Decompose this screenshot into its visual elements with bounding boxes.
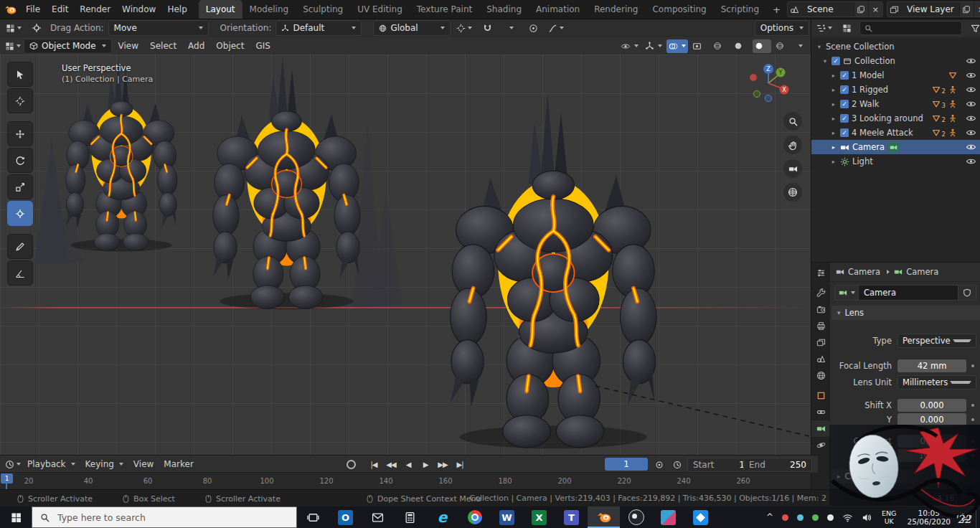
snapping-toggle[interactable] [478,21,496,35]
expand-icon[interactable]: ▸ [830,100,837,108]
clip-end-field[interactable]: 100 m [897,449,966,462]
row-checkbox[interactable]: ✓ [840,100,849,108]
remove-view-layer-button[interactable]: × [974,2,980,16]
delete-scene-button[interactable]: × [868,2,882,16]
menu-render[interactable]: Render [74,0,116,19]
pan-hand-button[interactable] [783,136,802,154]
gizmos-dropdown[interactable] [643,39,664,53]
menu-help[interactable]: Help [161,0,192,19]
menu-file[interactable]: File [20,0,46,19]
animate-dot-button[interactable] [971,364,974,367]
excel-icon[interactable]: X [523,506,555,528]
tab-object[interactable] [811,387,830,404]
action-center-icon[interactable] [956,506,976,528]
krita-icon[interactable] [652,506,684,528]
transform-orientation-dropdown[interactable]: Global [373,20,451,36]
animate-dot-button[interactable] [971,454,974,457]
task-view-button[interactable] [297,506,329,528]
eye-icon[interactable] [966,158,976,165]
expand-icon[interactable]: ▸ [830,129,837,136]
type-dropdown[interactable]: Perspective [897,334,976,348]
clock[interactable]: 10:05 25/06/2020 [901,506,956,528]
breadcrumb-object[interactable]: Camera [848,267,880,277]
add-workspace-button[interactable]: + [766,0,787,19]
snapping-options-button[interactable] [501,21,519,35]
collection-checkbox[interactable]: ✓ [831,57,840,65]
scene-selector[interactable]: Scene × [787,1,883,17]
tab-uv-editing[interactable]: UV Editing [350,0,410,19]
view-layer-selector[interactable]: View Layer × [887,1,980,17]
eye-icon[interactable] [966,129,976,136]
row-checkbox[interactable]: ✓ [840,85,849,94]
expand-icon[interactable]: ▾ [821,57,829,65]
obs-icon[interactable] [620,506,652,528]
blender-taskbar-icon[interactable] [588,506,620,528]
show-desktop-button[interactable] [976,506,980,528]
language-indicator[interactable]: ENG UK [877,506,901,528]
jump-to-start-button[interactable]: |◀ [366,457,382,471]
outliner-row-meele-attack[interactable]: ▸ ✓ 4 Meele Attack 2 [811,126,980,140]
transform-tool[interactable] [7,201,33,226]
timeline-ruler[interactable]: 20 40 60 80 100 120 140 160 180 200 220 … [0,472,811,490]
lava-golem-middle[interactable] [213,56,360,309]
sync-time-button[interactable] [669,458,685,472]
menu-keying[interactable]: Keying [80,459,128,469]
focal-length-field[interactable]: 42 mm [897,359,966,372]
eye-icon[interactable] [966,115,976,122]
camera-data-name-field[interactable]: Camera [859,285,958,301]
mail-icon[interactable] [362,506,394,528]
options-dropdown[interactable]: Options [755,20,809,36]
word-icon[interactable]: W [491,506,523,528]
tab-physics[interactable] [811,437,830,453]
lens-panel-header[interactable]: ▾ Lens [831,306,980,320]
row-checkbox[interactable]: ✓ [840,114,849,123]
outliner-row-looking-around[interactable]: ▸ ✓ 3 Looking around 2 [811,111,980,126]
outliner-row-model[interactable]: ▸ ✓ 1 Model [811,68,980,82]
blender-logo-icon[interactable] [0,4,20,16]
tab-compositing[interactable]: Compositing [645,0,713,19]
teams-icon[interactable]: T [555,506,588,528]
zoom-button[interactable] [783,112,802,131]
lava-golem-right[interactable] [451,93,656,448]
menu-select[interactable]: Select [145,41,182,51]
rotate-tool[interactable] [7,148,33,173]
calculator-icon[interactable] [394,506,426,528]
outliner-editor-type-button[interactable] [815,21,834,35]
overlays-toggle[interactable] [666,39,688,53]
animate-dot-button[interactable] [971,404,974,407]
viewport-editor-type-button[interactable] [4,39,22,53]
lava-golem-left[interactable] [65,60,177,252]
outliner-row-rigged[interactable]: ▸ ✓ 1 Rigged 2 [811,82,980,97]
menu-gis[interactable]: GIS [250,41,275,51]
eye-icon[interactable] [966,100,976,108]
tab-scene[interactable] [811,351,830,367]
navigation-gizmo[interactable]: Z Y X [748,62,789,103]
current-frame-field[interactable]: 1 [605,458,648,471]
tab-render[interactable] [811,301,830,318]
3d-cursor-tool[interactable] [7,88,33,113]
clip-start-field[interactable]: 0.1 m [897,435,966,448]
camera-view-button[interactable] [783,159,802,178]
collection-row[interactable]: ▾ ✓ Collection [811,54,980,68]
new-view-layer-button[interactable] [959,2,974,16]
timeline-editor-type-button[interactable] [4,457,22,471]
shading-rendered-button[interactable] [773,39,792,53]
mode-dropdown[interactable]: Object Mode [24,39,112,54]
3d-viewport-canvas[interactable]: User Perspective (1) Collection | Camera… [0,55,811,455]
tab-sculpting[interactable]: Sculpting [296,0,350,19]
expand-icon[interactable]: ▸ [830,72,837,79]
tray-expand-button[interactable]: ^ [762,506,778,528]
shading-wireframe-button[interactable] [711,39,730,53]
eye-icon[interactable] [966,72,976,79]
menu-view[interactable]: View [128,459,159,469]
tab-output[interactable] [811,318,830,334]
new-scene-button[interactable] [854,2,868,16]
menu-object[interactable]: Object [211,41,249,51]
search-input[interactable] [56,512,288,524]
scene-collection-row[interactable]: ▾ Scene Collection [811,39,980,54]
properties-editor-type-button[interactable] [811,265,830,281]
menu-edit[interactable]: Edit [46,0,74,19]
menu-add[interactable]: Add [183,41,209,51]
photos-icon[interactable] [684,506,717,528]
tab-layout[interactable]: Layout [199,0,242,19]
